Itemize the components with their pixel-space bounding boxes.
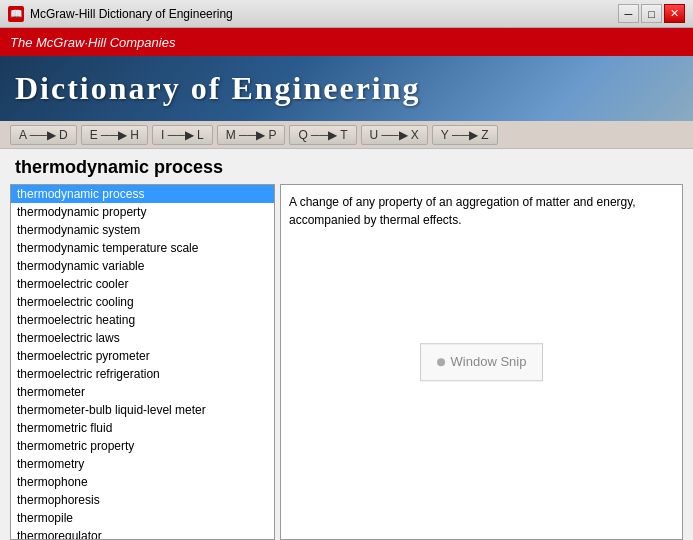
word-list-item[interactable]: thermophoresis [11,491,274,509]
word-list-item[interactable]: thermophone [11,473,274,491]
snip-label: Window Snip [451,352,527,372]
content-area: thermodynamic processthermodynamic prope… [0,184,693,540]
word-list-item[interactable]: thermometric fluid [11,419,274,437]
word-list[interactable]: thermodynamic processthermodynamic prope… [10,184,275,540]
mcgraw-logo: The McGraw·Hill Companies [10,35,175,50]
nav-a-d[interactable]: A ──▶ D [10,125,77,145]
definition-text: A change of any property of an aggregati… [289,195,636,227]
close-button[interactable]: ✕ [664,4,685,23]
word-list-item[interactable]: thermoelectric pyrometer [11,347,274,365]
word-list-item[interactable]: thermoelectric refrigeration [11,365,274,383]
word-list-item[interactable]: thermodynamic process [11,185,274,203]
word-list-item[interactable]: thermometer [11,383,274,401]
maximize-button[interactable]: □ [641,4,662,23]
snip-dot [437,358,445,366]
window-controls: ─ □ ✕ [618,4,685,23]
nav-e-h[interactable]: E ──▶ H [81,125,148,145]
word-list-item[interactable]: thermoregulator [11,527,274,540]
app-icon: 📖 [8,6,24,22]
word-list-item[interactable]: thermodynamic variable [11,257,274,275]
minimize-button[interactable]: ─ [618,4,639,23]
navigation-bar: A ──▶ D E ──▶ H I ──▶ L M ──▶ P Q ──▶ T … [0,121,693,149]
word-list-item[interactable]: thermodynamic system [11,221,274,239]
word-list-item[interactable]: thermoelectric laws [11,329,274,347]
main-content: thermodynamic process thermodynamic proc… [0,149,693,540]
nav-q-t[interactable]: Q ──▶ T [289,125,356,145]
nav-m-p[interactable]: M ──▶ P [217,125,286,145]
word-list-item[interactable]: thermoelectric cooler [11,275,274,293]
word-list-item[interactable]: thermometer-bulb liquid-level meter [11,401,274,419]
word-list-item[interactable]: thermopile [11,509,274,527]
word-list-item[interactable]: thermodynamic property [11,203,274,221]
word-list-item[interactable]: thermoelectric heating [11,311,274,329]
page-title: thermodynamic process [0,149,693,184]
word-list-item[interactable]: thermometry [11,455,274,473]
nav-i-l[interactable]: I ──▶ L [152,125,213,145]
definition-panel: A change of any property of an aggregati… [280,184,683,540]
word-list-item[interactable]: thermodynamic temperature scale [11,239,274,257]
word-list-item[interactable]: thermometric property [11,437,274,455]
window-snip-overlay: Window Snip [420,343,544,381]
word-list-item[interactable]: thermoelectric cooling [11,293,274,311]
window-title: McGraw-Hill Dictionary of Engineering [30,7,233,21]
title-bar: 📖 McGraw-Hill Dictionary of Engineering … [0,0,693,28]
dictionary-title: Dictionary of Engineering [15,70,421,107]
dictionary-banner: Dictionary of Engineering [0,56,693,121]
nav-y-z[interactable]: Y ──▶ Z [432,125,498,145]
mcgraw-header: The McGraw·Hill Companies [0,28,693,56]
nav-u-x[interactable]: U ──▶ X [361,125,428,145]
